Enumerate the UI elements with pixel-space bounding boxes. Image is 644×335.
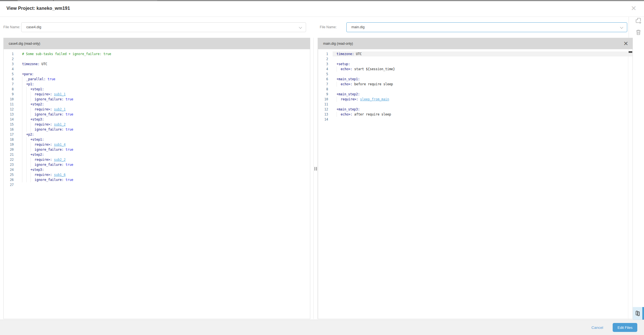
require-task-link[interactable]: sub2_1	[54, 107, 66, 111]
indent-guide	[26, 112, 30, 117]
require-task-link[interactable]: sleep_from_main	[360, 97, 389, 101]
code-token: +step1:	[30, 138, 44, 141]
code-line-content: _parallel: true	[18, 77, 310, 82]
code-token	[52, 158, 54, 162]
code-line-content: +step3:	[18, 117, 310, 122]
line-number: 25	[4, 172, 18, 177]
code-token: ignore_failure:	[35, 163, 64, 167]
line-number: 23	[4, 162, 18, 167]
add-file-button[interactable]	[635, 17, 642, 25]
file-panel-main: main.dig (read-only) ✕ 1timezone: UTC23+…	[318, 38, 633, 319]
code-line: 14	[318, 117, 633, 122]
line-number: 15	[4, 122, 18, 127]
code-line-content: +p1:	[18, 82, 310, 87]
line-number: 1	[318, 51, 333, 56]
cancel-button[interactable]: Cancel	[591, 325, 603, 330]
indent-guide	[26, 87, 30, 92]
code-line: 13echo>: after require sleep	[318, 112, 633, 117]
panel-header: main.dig (read-only) ✕	[318, 38, 633, 49]
indent-guide	[30, 122, 35, 127]
line-number: 11	[318, 102, 333, 107]
code-line: 25require>: sub1_6	[4, 172, 310, 177]
file-select-left[interactable]: case4.dig	[21, 22, 306, 32]
code-token: +p2:	[26, 133, 34, 136]
indent-guide	[26, 122, 30, 127]
code-token: ignore_failure:	[35, 148, 64, 152]
indent-guide	[26, 117, 30, 122]
code-line-content: require>: sub1_2	[18, 122, 310, 127]
code-line-content: echo>: start ${session_time}	[333, 67, 633, 72]
resizer-grip-icon	[314, 167, 317, 171]
require-task-link[interactable]: sub1_2	[54, 122, 66, 126]
panel-resizer[interactable]	[313, 38, 318, 319]
code-line-content	[333, 87, 633, 92]
code-line-content	[333, 102, 633, 107]
scrollbar-thumb[interactable]	[629, 51, 632, 53]
indent-guide	[22, 157, 26, 162]
code-editor-main[interactable]: 1timezone: UTC23+setup:4echo>: start ${s…	[318, 49, 633, 319]
code-line-content: timezone: UTC	[18, 62, 310, 67]
indent-guide	[30, 97, 35, 102]
line-number: 26	[4, 177, 18, 182]
line-number: 1	[4, 51, 18, 56]
file-select-right[interactable]: main.dig	[346, 22, 627, 32]
require-task-link[interactable]: sub1_6	[54, 173, 66, 177]
code-line-content: ignore_failure: true	[18, 112, 310, 117]
line-number: 27	[4, 182, 18, 187]
edit-files-button[interactable]: Edit Files	[613, 323, 637, 332]
indent-guide	[26, 147, 30, 152]
indent-guide	[30, 147, 35, 152]
require-task-link[interactable]: sub1_4	[54, 143, 66, 147]
code-line-content: timezone: UTC	[333, 51, 633, 56]
code-line-content: +step1:	[18, 137, 310, 142]
line-number: 13	[4, 112, 18, 117]
code-line: 11	[318, 102, 633, 107]
line-number: 2	[318, 56, 333, 62]
code-line-content	[333, 72, 633, 77]
indent-guide	[22, 92, 26, 97]
code-token: require>:	[35, 92, 52, 96]
indent-guide	[22, 117, 26, 122]
indent-guide	[22, 147, 26, 152]
indent-guide	[22, 112, 26, 117]
split-view-toggle[interactable]	[633, 307, 642, 320]
indent-guide	[26, 152, 30, 157]
code-token: +step3:	[30, 168, 44, 172]
code-token: require>:	[341, 97, 358, 101]
code-line: 20ignore_failure: true	[4, 147, 310, 152]
code-token: +p1:	[26, 82, 34, 86]
panel-close-icon[interactable]: ✕	[621, 38, 630, 49]
line-number: 9	[318, 92, 333, 97]
code-line: 3+setup:	[318, 62, 633, 67]
code-line-content: +p2:	[18, 132, 310, 137]
indent-guide	[30, 112, 35, 117]
indent-guide	[26, 92, 30, 97]
code-editor-case4[interactable]: 1# Some sub-tasks failed + ignore_failur…	[4, 49, 310, 319]
indent-guide	[337, 67, 341, 72]
add-file-icon	[635, 17, 642, 25]
code-line: 17+p2:	[4, 132, 310, 137]
delete-file-button[interactable]	[635, 29, 641, 36]
code-token: ignore_failure:	[35, 178, 64, 182]
code-line: 7+p1:	[4, 82, 310, 87]
code-token: true	[65, 97, 73, 101]
indent-guide	[26, 162, 30, 167]
code-token: echo>:	[341, 67, 352, 71]
code-token: timezone:	[22, 62, 39, 66]
require-task-link[interactable]: sub1_1	[54, 92, 66, 96]
line-number: 4	[318, 67, 333, 72]
code-line-content: ignore_failure: true	[18, 162, 310, 167]
code-line: 8	[318, 87, 633, 92]
modal-close-icon[interactable]: ✕	[629, 4, 638, 13]
indent-guide	[30, 92, 35, 97]
line-number: 5	[4, 72, 18, 77]
require-task-link[interactable]: sub2_2	[54, 158, 66, 162]
code-line: 19require>: sub1_4	[4, 142, 310, 147]
indent-guide	[22, 172, 26, 177]
code-line: 16ignore_failure: true	[4, 127, 310, 132]
indent-guide	[22, 77, 26, 82]
indent-guide	[337, 112, 341, 117]
indent-guide	[26, 97, 30, 102]
code-token: echo>:	[341, 112, 352, 116]
code-line: 14+step3:	[4, 117, 310, 122]
